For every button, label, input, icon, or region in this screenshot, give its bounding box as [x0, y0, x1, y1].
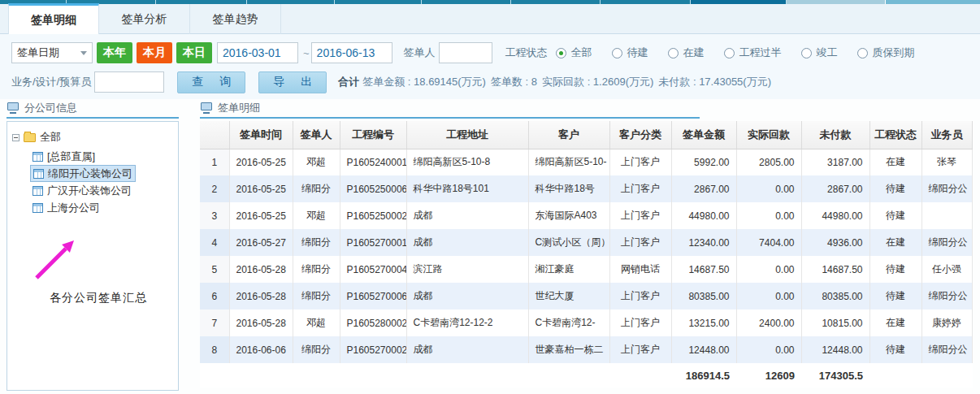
table-cell: 湘江豪庭: [528, 256, 609, 283]
annotation-text: 各分公司签单汇总: [50, 291, 147, 305]
column-header[interactable]: 业务员: [921, 121, 972, 149]
table-row[interactable]: 52016-05-28绵阳分P1605270004滨江路湘江豪庭网销电话1468…: [200, 256, 972, 283]
branch-sidebar: 分公司信息 全部 [总部直属]绵阳开心装饰公司广汉开心装饰公司上海分公司 各分公…: [0, 99, 187, 394]
tree-item-branch[interactable]: [总部直属]: [30, 148, 98, 165]
date-from-input[interactable]: 2016-03-01: [217, 42, 298, 63]
table-cell: 0.00: [736, 283, 801, 310]
status-radio-在建[interactable]: 在建: [668, 45, 705, 60]
table-cell: 绵阳分: [293, 229, 340, 256]
column-header[interactable]: 实际回款: [736, 121, 801, 149]
table-cell: 2867.00: [801, 175, 869, 202]
tab-2[interactable]: 签单分析: [99, 4, 190, 34]
staff-input[interactable]: [94, 71, 164, 93]
status-radio-全部[interactable]: 全部: [556, 45, 592, 60]
radio-icon[interactable]: [556, 48, 566, 58]
table-cell: P1605250006: [340, 175, 406, 202]
tree-root-item[interactable]: 全部: [12, 130, 173, 145]
table-cell: 绵阳分公: [921, 283, 972, 310]
column-header[interactable]: 签单人: [293, 121, 340, 149]
table-cell: 绵阳高新区5-10-8: [406, 149, 528, 175]
table-icon: [33, 169, 44, 179]
table-cell: 1: [200, 149, 229, 175]
search-button[interactable]: 查 询: [177, 71, 245, 93]
table-cell: 2016-05-25: [229, 149, 293, 175]
table-cell: 0.00: [736, 336, 801, 363]
status-radio-工程过半[interactable]: 工程过半: [724, 45, 782, 60]
table-cell: 2016-05-28: [229, 283, 293, 310]
table-cell: 7404.00: [736, 229, 801, 256]
column-header[interactable]: 未付款: [801, 121, 869, 149]
tree-item-branch[interactable]: 绵阳开心装饰公司: [30, 165, 136, 182]
table-cell: P1605270001: [340, 229, 406, 256]
radio-icon[interactable]: [668, 48, 679, 58]
table-cell: 14687.50: [671, 256, 736, 283]
main-panel-title-text: 签单明细: [218, 101, 260, 115]
table-cell: 2016-05-27: [229, 229, 293, 256]
table-cell: 44980.00: [671, 202, 736, 229]
tree-item-branch[interactable]: 广汉开心装饰公司: [30, 182, 134, 199]
table-row[interactable]: 22016-05-25绵阳分P1605250006科华中路18号101科华中路1…: [200, 175, 972, 202]
radio-icon[interactable]: [612, 48, 622, 58]
main-panel-title: 签单明细: [200, 99, 700, 119]
column-header[interactable]: [200, 121, 229, 149]
date-field-select[interactable]: 签单日期: [11, 42, 93, 63]
project-status-label: 工程状态: [505, 45, 548, 60]
table-row[interactable]: 72016-05-28邓超P1605280002C卡碧南湾12-12-2C卡碧南…: [200, 310, 972, 336]
signer-label: 签单人: [404, 45, 436, 60]
radio-icon[interactable]: [724, 48, 735, 58]
quick-date-button[interactable]: 本日: [176, 42, 212, 63]
table-cell: 世豪嘉柏一栋二: [528, 336, 609, 363]
tab-3[interactable]: 签单趋势: [190, 4, 281, 34]
chevron-down-icon: [80, 51, 87, 55]
annotation-arrow: [30, 236, 84, 283]
table-row[interactable]: 42016-05-27绵阳分P1605270001成都C测试小区（周）上门客户1…: [200, 229, 972, 256]
table-row[interactable]: 32016-05-25邓超P1605250002成都东海国际A403上门客户44…: [200, 202, 972, 229]
column-header[interactable]: 签单金额: [671, 121, 736, 149]
table-cell: 上门客户: [609, 175, 671, 202]
table-cell: 80385.00: [801, 283, 869, 310]
tree-item-branch[interactable]: 上海分公司: [30, 199, 102, 216]
table-cell: 绵阳高新区5-10-: [528, 149, 609, 175]
export-button[interactable]: 导 出: [258, 71, 327, 93]
tab-1[interactable]: 签单明细: [8, 3, 99, 34]
radio-label: 全部: [571, 45, 592, 60]
table-row[interactable]: 62016-05-28绵阳分P1605270006成都世纪大厦上门客户80385…: [200, 283, 972, 310]
status-radio-竣工[interactable]: 竣工: [801, 45, 838, 60]
signer-input[interactable]: [439, 42, 492, 63]
column-header[interactable]: 工程编号: [340, 121, 406, 149]
tab-bar: 签单明细签单分析签单趋势: [0, 4, 980, 34]
sign-detail-table: 签单时间签单人工程编号工程地址客户客户分类签单金额实际回款未付款工程状态业务员 …: [200, 121, 973, 388]
table-cell: P1605270006: [340, 283, 406, 310]
radio-icon[interactable]: [801, 48, 812, 58]
table-row[interactable]: 12016-05-25邓超P1605240001绵阳高新区5-10-8绵阳高新区…: [200, 149, 972, 175]
table-cell: 2016-05-25: [229, 175, 293, 202]
table-cell: 成都: [406, 283, 528, 310]
table-cell: 2016-06-06: [229, 336, 293, 363]
date-range-separator: ~: [303, 47, 310, 59]
table-row[interactable]: 82016-06-06绵阳分P1605270002成都世豪嘉柏一栋二上门客户12…: [200, 336, 972, 363]
status-radio-待建[interactable]: 待建: [612, 45, 648, 60]
radio-icon[interactable]: [857, 48, 868, 58]
totals-cell: 186914.5: [671, 363, 736, 388]
totals-cell: 174305.5: [801, 363, 869, 388]
quick-date-button[interactable]: 本年: [97, 42, 132, 63]
table-cell: 2805.00: [736, 149, 801, 175]
date-to-input[interactable]: 2016-06-13: [311, 42, 392, 63]
table-cell: 4936.00: [801, 229, 869, 256]
tree-item-label: 上海分公司: [47, 201, 100, 215]
column-header[interactable]: 工程地址: [406, 121, 528, 149]
column-header[interactable]: 签单时间: [229, 121, 293, 149]
totals-empty-cell: [406, 363, 528, 388]
radio-label: 工程过半: [739, 45, 782, 60]
table-cell: 绵阳分公: [921, 336, 972, 363]
totals-summary: 合计签单金额 : 18.69145(万元)签单数 : 8实际回款 : 1.260…: [338, 75, 776, 89]
column-header[interactable]: 客户: [528, 121, 609, 149]
status-radio-质保到期[interactable]: 质保到期: [857, 45, 915, 60]
date-field-select-value: 签单日期: [17, 45, 59, 60]
totals-empty-cell: [229, 363, 293, 388]
quick-date-button[interactable]: 本月: [137, 42, 172, 63]
collapse-icon[interactable]: [12, 134, 20, 141]
column-header[interactable]: 客户分类: [609, 121, 671, 149]
monitor-icon: [7, 102, 20, 114]
column-header[interactable]: 工程状态: [869, 121, 921, 149]
